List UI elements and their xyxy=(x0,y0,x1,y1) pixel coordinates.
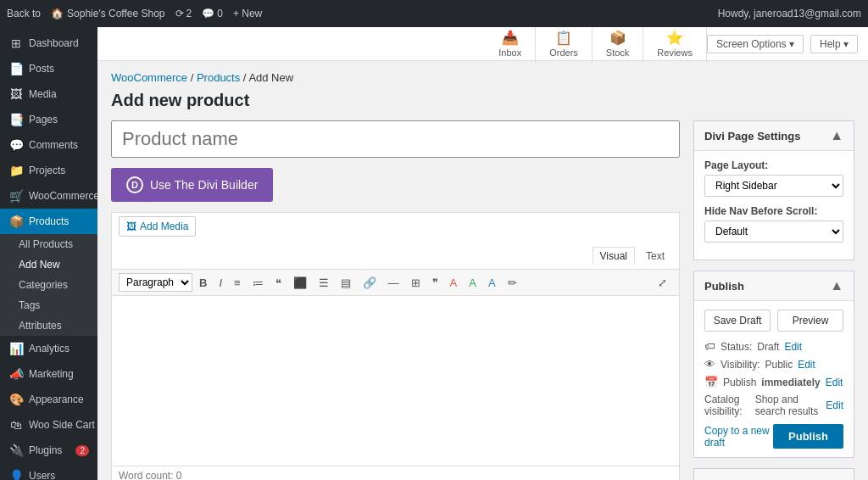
visibility-icon: 👁 xyxy=(704,358,715,371)
sidebar-item-media[interactable]: 🖼 Media xyxy=(0,81,97,107)
align-left-button[interactable]: ⬛ xyxy=(288,274,312,292)
new-content-link[interactable]: + New xyxy=(233,8,262,20)
tab-text[interactable]: Text xyxy=(638,247,672,265)
submenu-label: Categories xyxy=(19,279,68,291)
editor-area: 🖼 Add Media Visual Text xyxy=(111,212,680,480)
sidebar-item-marketing[interactable]: 📣 Marketing xyxy=(0,361,97,387)
wp-body: 📥 Inbox 📋 Orders 📦 Stock ⭐ Reviews xyxy=(97,27,868,480)
align-right-button[interactable]: ▤ xyxy=(336,274,356,292)
save-draft-button[interactable]: Save Draft xyxy=(704,310,771,332)
inbox-icon: 📥 xyxy=(502,30,519,46)
status-label: Status: xyxy=(721,341,752,353)
submenu-item-add-new[interactable]: Add New xyxy=(0,254,97,275)
divi-builder-button[interactable]: D Use The Divi Builder xyxy=(111,168,273,202)
preview-button[interactable]: Preview xyxy=(777,310,843,332)
publish-button[interactable]: Publish xyxy=(773,424,843,449)
highlight-button[interactable]: A xyxy=(464,274,481,292)
sidebar-item-label: Products xyxy=(29,215,69,227)
submenu-item-all-products[interactable]: All Products xyxy=(0,234,97,254)
divi-page-settings-collapse[interactable]: ▲ xyxy=(830,128,843,143)
editor-view-tabs: Visual Text xyxy=(593,247,672,265)
product-categories-collapse[interactable]: ▲ xyxy=(830,476,843,480)
comments-icon[interactable]: 💬 0 xyxy=(202,8,223,20)
special-chars-button[interactable]: ❞ xyxy=(427,274,443,292)
product-categories-title: Product categories xyxy=(704,477,804,481)
pencil-button[interactable]: ✏ xyxy=(503,274,522,292)
visibility-row: 👁 Visibility: Public Edit xyxy=(704,358,843,371)
admin-menu: ⊞ Dashboard 📄 Posts 🖼 Media 📑 Pages 💬 Co… xyxy=(0,27,97,480)
add-media-row: 🖼 Add Media xyxy=(112,213,679,243)
status-edit-link[interactable]: Edit xyxy=(784,341,802,353)
format-button-2[interactable]: A xyxy=(483,274,501,292)
publish-label: Publish xyxy=(723,377,756,388)
fullscreen-button[interactable]: ⤢ xyxy=(653,274,672,292)
media-icon: 🖼 xyxy=(8,87,24,101)
tab-visual[interactable]: Visual xyxy=(593,247,635,265)
product-name-input[interactable] xyxy=(111,120,680,158)
reviews-nav-item[interactable]: ⭐ Reviews xyxy=(643,27,707,63)
visibility-value: Public xyxy=(765,359,793,371)
help-label: Help xyxy=(820,38,841,50)
site-name-link[interactable]: 🏠 Sophie's Coffee Shop xyxy=(51,8,165,20)
screen-options-button[interactable]: Screen Options ▾ xyxy=(707,35,804,53)
sidebar-item-projects[interactable]: 📁 Projects xyxy=(0,158,97,183)
catalog-value: Shop and search results xyxy=(755,393,821,417)
sidebar-item-woo-side-cart[interactable]: 🛍 Woo Side Cart xyxy=(0,412,97,438)
user-greeting: Howdy, janeroad13@gmail.com xyxy=(718,8,861,20)
woo-side-cart-icon: 🛍 xyxy=(8,418,24,432)
format-select[interactable]: Paragraph xyxy=(119,273,192,292)
sidebar-item-label: Dashboard xyxy=(29,37,79,49)
help-button[interactable]: Help ▾ xyxy=(810,35,858,53)
link-button[interactable]: 🔗 xyxy=(358,274,381,292)
editor-content[interactable] xyxy=(112,296,679,466)
marketing-icon: 📣 xyxy=(8,367,24,381)
inbox-nav-item[interactable]: 📥 Inbox xyxy=(485,27,536,63)
publish-edit-link[interactable]: Edit xyxy=(826,377,843,388)
publish-time-row: 📅 Publish immediately Edit xyxy=(704,376,843,388)
screen-options-area: Screen Options ▾ Help ▾ xyxy=(707,35,858,53)
unordered-list-button[interactable]: ≡ xyxy=(229,274,246,292)
breadcrumb: WooCommerce / Products / Add New xyxy=(111,71,854,84)
sidebar-item-plugins[interactable]: 🔌 Plugins 2 xyxy=(0,438,97,463)
blockquote-button[interactable]: ❝ xyxy=(270,274,287,292)
publish-buttons: Save Draft Preview xyxy=(704,310,843,332)
appearance-icon: 🎨 xyxy=(8,393,24,406)
sidebar-item-products[interactable]: 📦 Products xyxy=(0,209,97,234)
sidebar-item-posts[interactable]: 📄 Posts xyxy=(0,56,97,81)
catalog-edit-link[interactable]: Edit xyxy=(826,399,843,411)
add-media-button[interactable]: 🖼 Add Media xyxy=(119,216,196,237)
sidebar-item-dashboard[interactable]: ⊞ Dashboard xyxy=(0,31,97,56)
publish-collapse[interactable]: ▲ xyxy=(830,278,843,293)
sidebar-item-analytics[interactable]: 📊 Analytics xyxy=(0,336,97,361)
breadcrumb-products[interactable]: Products xyxy=(197,71,240,84)
align-center-button[interactable]: ☰ xyxy=(314,274,334,292)
product-categories-box: Product categories ▲ All categories Most… xyxy=(693,468,854,480)
back-to-link[interactable]: Back to xyxy=(7,8,41,20)
updates-icon[interactable]: ⟳ 2 xyxy=(175,8,192,20)
hide-nav-select[interactable]: Default xyxy=(704,220,843,243)
breadcrumb-woocommerce[interactable]: WooCommerce xyxy=(111,71,187,84)
sidebar-item-pages[interactable]: 📑 Pages xyxy=(0,107,97,132)
publish-box-header: Publish ▲ xyxy=(694,271,854,301)
ordered-list-button[interactable]: ≔ xyxy=(248,274,269,292)
stock-nav-item[interactable]: 📦 Stock xyxy=(593,27,644,63)
submenu-item-categories[interactable]: Categories xyxy=(0,275,97,295)
sidebar-item-woocommerce[interactable]: 🛒 WooCommerce xyxy=(0,183,97,209)
color-button[interactable]: A xyxy=(445,274,463,292)
copy-draft-link[interactable]: Copy to a new draft xyxy=(704,425,773,449)
page-layout-select[interactable]: Right Sidebar xyxy=(704,175,843,197)
sidebar-item-comments[interactable]: 💬 Comments xyxy=(0,132,97,158)
visibility-edit-link[interactable]: Edit xyxy=(798,359,815,371)
table-button[interactable]: ⊞ xyxy=(406,274,426,292)
horizontal-rule-button[interactable]: — xyxy=(383,274,404,292)
submenu-item-attributes[interactable]: Attributes xyxy=(0,315,97,336)
bold-button[interactable]: B xyxy=(194,274,212,292)
sidebar-item-label: Woo Side Cart xyxy=(29,419,95,431)
italic-button[interactable]: I xyxy=(214,274,227,292)
sidebar-item-users[interactable]: 👤 Users xyxy=(0,463,97,480)
products-submenu: All Products Add New Categories Tags Att… xyxy=(0,234,97,336)
sidebar-item-appearance[interactable]: 🎨 Appearance xyxy=(0,387,97,412)
submenu-item-tags[interactable]: Tags xyxy=(0,295,97,315)
orders-nav-item[interactable]: 📋 Orders xyxy=(536,27,593,63)
inbox-label: Inbox xyxy=(498,47,521,58)
